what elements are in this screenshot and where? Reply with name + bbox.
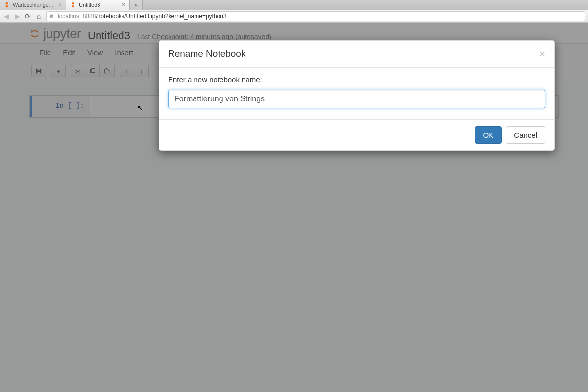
close-tab-icon[interactable]: × — [58, 1, 62, 8]
url-input[interactable]: 🗎 localhost:8888/notebooks/Untitled3.ipy… — [46, 11, 585, 21]
ok-button[interactable]: OK — [475, 126, 502, 144]
svg-point-0 — [6, 2, 8, 5]
reload-icon[interactable]: ⟳ — [24, 12, 31, 20]
browser-tab-active[interactable]: Untitled3 × — [66, 0, 130, 10]
back-icon[interactable]: ◀ — [3, 12, 10, 20]
url-text: localhost:8888/notebooks/Untitled3.ipynb… — [58, 13, 227, 20]
svg-point-3 — [72, 5, 74, 8]
svg-point-2 — [72, 2, 74, 5]
modal-prompt-label: Enter a new notebook name: — [168, 75, 545, 84]
browser-chrome: Warteschlange Uebu × Untitled3 × ▸ ◀ ▶ ⟳… — [0, 0, 588, 23]
close-modal-button[interactable]: × — [539, 49, 545, 59]
notebook-name-input[interactable] — [168, 90, 545, 108]
home-icon[interactable]: ⌂ — [35, 12, 42, 20]
jupyter-favicon-icon — [70, 2, 76, 8]
close-tab-icon[interactable]: × — [122, 1, 125, 8]
cancel-button[interactable]: Cancel — [506, 126, 545, 144]
svg-point-1 — [6, 5, 8, 8]
close-icon: × — [539, 49, 545, 59]
browser-tab[interactable]: Warteschlange Uebu × — [0, 0, 66, 10]
new-tab-button[interactable]: ▸ — [130, 0, 143, 10]
modal-title: Rename Notebook — [168, 49, 245, 59]
tab-bar: Warteschlange Uebu × Untitled3 × ▸ — [0, 0, 588, 10]
rename-notebook-modal: Rename Notebook × Enter a new notebook n… — [159, 40, 555, 151]
url-bar: ◀ ▶ ⟳ ⌂ 🗎 localhost:8888/notebooks/Untit… — [0, 10, 588, 23]
jupyter-favicon-icon — [4, 2, 10, 8]
tab-title: Untitled3 — [79, 2, 119, 8]
page-info-icon: 🗎 — [49, 13, 55, 19]
forward-icon[interactable]: ▶ — [14, 12, 21, 20]
tab-title: Warteschlange Uebu — [13, 2, 55, 8]
